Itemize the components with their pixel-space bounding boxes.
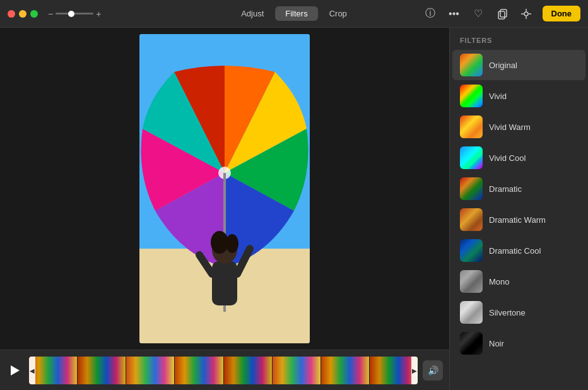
- filter-thumb-img-vivid-warm: [460, 115, 483, 138]
- filter-item-dramatic-warm[interactable]: Dramatic Warm: [452, 204, 585, 235]
- filter-thumb-img-dramatic-cool: [460, 239, 483, 262]
- filter-name-dramatic-cool: Dramatic Cool: [489, 246, 541, 256]
- volume-button[interactable]: 🔊: [423, 360, 443, 381]
- frame-4: [175, 357, 223, 384]
- video-controls: ◀ ▶ 🔊: [0, 350, 449, 390]
- filter-thumb-dramatic-cool: [460, 239, 483, 262]
- filter-item-silvertone[interactable]: Silvertone: [452, 297, 585, 328]
- volume-icon: 🔊: [428, 365, 438, 375]
- filter-thumb-vivid-cool: [460, 146, 483, 169]
- frame-6: [273, 357, 320, 384]
- svg-point-16: [226, 234, 238, 253]
- filter-name-vivid: Vivid: [489, 92, 507, 101]
- filter-item-vivid[interactable]: Vivid: [452, 81, 585, 111]
- umbrella-scene: [139, 34, 310, 343]
- timeline-arrow-left: ◀: [30, 367, 35, 374]
- filter-thumb-noir: [460, 332, 483, 355]
- filter-name-silvertone: Silvertone: [489, 308, 526, 317]
- adjust-button[interactable]: Adjust: [231, 6, 274, 21]
- filter-thumb-dramatic-warm: [460, 208, 483, 231]
- svg-rect-1: [500, 9, 507, 17]
- minimize-button[interactable]: [19, 10, 26, 18]
- traffic-lights: [8, 10, 38, 18]
- filter-thumb-img-original: [460, 54, 483, 76]
- svg-rect-0: [498, 11, 505, 19]
- zoom-track[interactable]: [56, 13, 93, 15]
- video-area: ◀ ▶ 🔊: [0, 28, 449, 390]
- toolbar-right: ⓘ ••• ♡ Done: [423, 6, 581, 21]
- filter-name-vivid-cool: Vivid Cool: [489, 153, 526, 163]
- frame-8: [370, 357, 418, 384]
- filter-thumb-dramatic: [460, 177, 483, 200]
- svg-marker-17: [11, 365, 20, 375]
- play-button[interactable]: [6, 362, 24, 379]
- filter-thumb-silvertone: [460, 301, 483, 324]
- svg-point-2: [524, 12, 528, 16]
- frame-3: [126, 357, 174, 384]
- filter-name-dramatic: Dramatic: [489, 184, 522, 194]
- frame-2: [78, 357, 126, 384]
- zoom-minus-icon[interactable]: −: [48, 9, 53, 19]
- svg-point-15: [211, 231, 228, 254]
- timeline-frames: [29, 357, 418, 384]
- filter-item-vivid-cool[interactable]: Vivid Cool: [452, 143, 585, 173]
- timeline[interactable]: ◀ ▶: [29, 357, 418, 384]
- zoom-slider[interactable]: − +: [48, 9, 101, 19]
- video-frame: [139, 34, 310, 343]
- toolbar-center: Adjust Filters Crop: [231, 6, 357, 21]
- filters-section-label: FILTERS: [450, 33, 588, 49]
- filter-item-original[interactable]: Original: [452, 50, 585, 80]
- zoom-thumb[interactable]: [68, 11, 74, 17]
- info-icon[interactable]: ⓘ: [423, 6, 438, 21]
- favorite-icon[interactable]: ♡: [471, 6, 486, 21]
- filter-thumb-img-vivid: [460, 85, 483, 107]
- more-icon[interactable]: •••: [447, 6, 462, 21]
- filter-thumb-img-vivid-cool: [460, 146, 483, 169]
- filters-button[interactable]: Filters: [275, 6, 317, 21]
- close-button[interactable]: [8, 10, 15, 18]
- filter-item-dramatic-cool[interactable]: Dramatic Cool: [452, 235, 585, 266]
- filter-item-dramatic[interactable]: Dramatic: [452, 174, 585, 204]
- extensions-icon[interactable]: [519, 6, 534, 21]
- filter-thumb-img-dramatic-warm: [460, 208, 483, 231]
- video-preview: [0, 28, 449, 350]
- frame-7: [321, 357, 369, 384]
- svg-rect-11: [212, 261, 237, 305]
- filter-thumb-img-silvertone: [460, 301, 483, 324]
- filter-thumb-vivid-warm: [460, 115, 483, 138]
- filter-item-noir[interactable]: Noir: [452, 328, 585, 358]
- filter-thumb-original: [460, 54, 483, 76]
- titlebar: − + Adjust Filters Crop ⓘ ••• ♡: [0, 0, 588, 28]
- maximize-button[interactable]: [30, 10, 38, 18]
- crop-button[interactable]: Crop: [319, 6, 357, 21]
- filter-list: OriginalVividVivid WarmVivid CoolDramati…: [450, 49, 588, 390]
- filter-name-original: Original: [489, 61, 517, 70]
- frame-1: [29, 357, 77, 384]
- filters-sidebar: FILTERS OriginalVividVivid WarmVivid Coo…: [449, 28, 588, 390]
- filter-thumb-img-mono: [460, 270, 483, 293]
- filter-thumb-vivid: [460, 85, 483, 107]
- filter-name-dramatic-warm: Dramatic Warm: [489, 215, 546, 225]
- filter-item-mono[interactable]: Mono: [452, 266, 585, 297]
- filter-name-mono: Mono: [489, 277, 510, 287]
- filter-name-noir: Noir: [489, 339, 504, 348]
- zoom-plus-icon[interactable]: +: [96, 9, 101, 19]
- filter-thumb-img-noir: [460, 332, 483, 355]
- umbrella-image: [139, 34, 310, 343]
- filter-thumb-img-dramatic: [460, 177, 483, 200]
- filter-item-vivid-warm[interactable]: Vivid Warm: [452, 112, 585, 142]
- timeline-arrow-right: ▶: [412, 367, 417, 374]
- frame-5: [224, 357, 272, 384]
- duplicate-icon[interactable]: [495, 6, 510, 21]
- filter-thumb-mono: [460, 270, 483, 293]
- main-content: ◀ ▶ 🔊 FILTERS OriginalVividVivid WarmViv…: [0, 28, 588, 390]
- done-button[interactable]: Done: [543, 6, 581, 21]
- filter-name-vivid-warm: Vivid Warm: [489, 122, 531, 132]
